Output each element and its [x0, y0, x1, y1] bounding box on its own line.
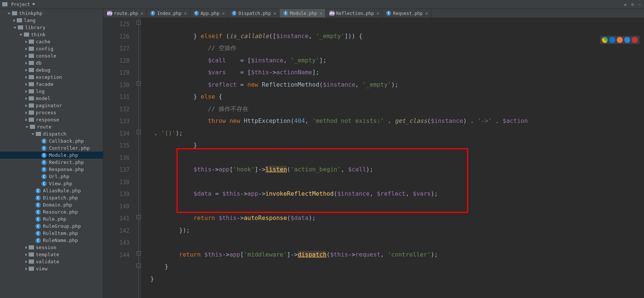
php-file-icon: C — [35, 224, 41, 229]
tree-file[interactable]: CCallback.php — [0, 137, 103, 145]
settings-icon[interactable]: ⚙ — [631, 2, 634, 7]
tree-file[interactable]: CDomain.php — [0, 201, 103, 208]
project-dropdown[interactable]: Project — [11, 2, 35, 7]
editor-tab[interactable]: CApp.php× — [190, 9, 228, 18]
line-number: 142 — [103, 225, 129, 237]
tree-label: Response.php — [49, 167, 84, 172]
close-icon[interactable]: × — [184, 11, 187, 16]
tree-file[interactable]: CRuleName.php — [0, 237, 103, 244]
tree-file[interactable]: CRuleItem.php — [0, 230, 103, 237]
fold-handle[interactable]: − — [137, 130, 141, 134]
close-icon[interactable]: × — [222, 11, 225, 16]
tree-label: template — [36, 252, 59, 257]
tab-label: Reflection.php — [336, 11, 374, 16]
tree-folder[interactable]: view — [0, 265, 103, 272]
fold-handle[interactable]: − — [137, 264, 141, 268]
folder-icon — [18, 25, 23, 30]
tree-folder[interactable]: think — [0, 31, 103, 38]
tree-folder[interactable]: route — [0, 123, 103, 130]
tree-label: response — [36, 117, 59, 122]
line-number: 127 — [103, 43, 129, 55]
minimize-icon[interactable]: — — [638, 2, 641, 7]
highlight-box — [176, 148, 468, 213]
tree-folder[interactable]: paginator — [0, 102, 103, 109]
tree-label: thinkphp — [19, 10, 43, 16]
tree-folder[interactable]: model — [0, 95, 103, 102]
php-class-icon: C — [150, 11, 155, 16]
tree-label: db — [36, 60, 42, 66]
tree-folder[interactable]: facade — [0, 81, 103, 88]
safari-icon[interactable] — [624, 37, 630, 43]
tree-file[interactable]: CResource.php — [0, 208, 103, 215]
tree-label: Dispatch.php — [43, 195, 78, 201]
tree-folder[interactable]: cache — [0, 38, 103, 45]
line-number: 125 — [103, 18, 129, 31]
editor-tab[interactable]: phpReflection.php× — [326, 9, 382, 18]
editor-tab[interactable]: CModule.php× — [279, 9, 325, 18]
folder-icon — [29, 54, 34, 58]
php-class-icon: C — [386, 11, 391, 16]
code-editor[interactable]: 1251261271281291301311321331341351361371… — [103, 18, 644, 298]
fold-handle[interactable]: − — [137, 215, 141, 219]
tree-folder[interactable]: thinkphp — [0, 10, 103, 17]
browser-preview-icons — [600, 36, 640, 44]
tree-folder[interactable]: session — [0, 244, 103, 251]
tree-folder[interactable]: log — [0, 88, 103, 95]
folder-icon — [29, 103, 34, 108]
tree-file[interactable]: CRule.php — [0, 215, 103, 223]
tree-folder[interactable]: process — [0, 109, 103, 116]
line-number: 133 — [103, 115, 129, 128]
tree-file[interactable]: CRuleGroup.php — [0, 223, 103, 230]
firefox-icon[interactable] — [617, 37, 623, 43]
tree-folder[interactable]: template — [0, 251, 103, 258]
folder-icon — [29, 252, 34, 257]
tree-file[interactable]: CView.php — [0, 180, 103, 187]
tree-file[interactable]: CAliasRule.php — [0, 187, 103, 194]
tab-label: Request.php — [393, 11, 422, 16]
tree-label: console — [36, 53, 56, 59]
editor-tab[interactable]: CRequest.php× — [382, 9, 431, 18]
close-icon[interactable]: × — [425, 11, 428, 16]
tree-file[interactable]: CUrl.php — [0, 173, 103, 180]
tree-folder[interactable]: dispatch — [0, 130, 103, 137]
tree-file[interactable]: CRedirect.php — [0, 159, 103, 166]
close-icon[interactable]: × — [376, 11, 379, 16]
tree-folder[interactable]: validate — [0, 258, 103, 265]
php-class-icon: C — [283, 11, 288, 16]
editor-tab[interactable]: phproute.php× — [103, 9, 147, 18]
tree-folder[interactable]: config — [0, 45, 103, 52]
close-icon[interactable]: × — [141, 11, 143, 16]
line-number: 134 — [103, 128, 129, 140]
php-class-icon: C — [194, 11, 199, 16]
tree-folder[interactable]: library — [0, 24, 103, 31]
fold-column[interactable]: − − − − − − — [136, 18, 141, 298]
collapse-icon[interactable]: ⇄ — [624, 2, 626, 7]
tree-folder[interactable]: lang — [0, 17, 103, 24]
editor-tab[interactable]: CIndex.php× — [147, 9, 190, 18]
tree-file[interactable]: CResponse.php — [0, 166, 103, 173]
line-number: 131 — [103, 91, 129, 103]
fold-handle[interactable]: − — [137, 81, 141, 86]
project-tree[interactable]: thinkphplanglibrarythinkcacheconfigconso… — [0, 9, 103, 298]
tree-folder[interactable]: response — [0, 116, 103, 123]
edge-icon[interactable] — [609, 37, 615, 43]
folder-icon — [29, 111, 34, 115]
folder-icon — [36, 132, 41, 136]
tree-file[interactable]: CModule.php — [0, 152, 103, 159]
close-icon[interactable]: × — [320, 11, 322, 16]
tree-folder[interactable]: db — [0, 59, 103, 66]
tree-folder[interactable]: debug — [0, 66, 103, 74]
opera-icon[interactable] — [632, 37, 638, 43]
tree-folder[interactable]: exception — [0, 74, 103, 81]
editor-tab[interactable]: CDispatch.php× — [228, 9, 279, 18]
tree-label: model — [36, 96, 50, 101]
close-icon[interactable]: × — [273, 11, 276, 16]
fold-handle[interactable]: − — [137, 251, 141, 255]
tree-file[interactable]: CController.php — [0, 145, 103, 152]
code-area[interactable]: } elseif (is_callable([$instance, '_empt… — [141, 18, 644, 298]
tree-file[interactable]: CDispatch.php — [0, 194, 103, 201]
fold-handle[interactable]: − — [137, 21, 141, 25]
tree-folder[interactable]: console — [0, 52, 103, 59]
tree-label: Url.php — [49, 174, 69, 179]
chrome-icon[interactable] — [602, 37, 608, 43]
